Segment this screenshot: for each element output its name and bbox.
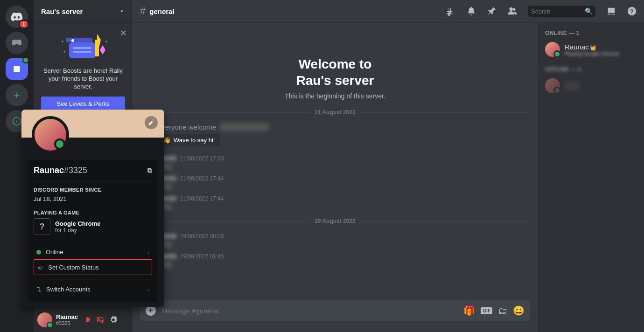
pinned-icon[interactable] — [486, 6, 497, 17]
close-icon[interactable]: ✕ — [120, 28, 127, 38]
svg-rect-7 — [95, 40, 99, 56]
playing-label: PLAYING A GAME — [34, 210, 152, 215]
user-panel: Raunac #3325 — [34, 308, 133, 332]
server-item[interactable] — [6, 32, 28, 54]
member-list: ONLINE — 1 Raunac👑 Playing Google Chrome… — [538, 22, 644, 332]
server-name: Rau's server — [41, 7, 83, 15]
svg-rect-2 — [69, 42, 95, 58]
date-divider: 21 August 2022 — [140, 109, 530, 116]
popup-username: Raunac#3325 ⧉ — [34, 166, 152, 175]
pencil-icon — [148, 119, 154, 126]
online-dot-icon — [36, 250, 41, 255]
controller-icon — [12, 38, 21, 48]
user-popup: Raunac#3325 ⧉ DISCORD MEMBER SINCE Jul 1… — [21, 110, 164, 307]
member-avatar — [545, 78, 560, 93]
member-since-value: Jul 18, 2021 — [34, 195, 152, 202]
server-item-active[interactable] — [6, 58, 28, 80]
switch-accounts-item[interactable]: ⇅Switch Accounts › — [34, 282, 152, 297]
offline-header: OFFLINE — 1 — [541, 59, 640, 76]
popup-avatar[interactable] — [32, 116, 69, 153]
svg-rect-0 — [14, 66, 20, 72]
message: Name29/08/2022 01:40 — [158, 252, 530, 268]
attach-button[interactable]: + — [146, 305, 156, 316]
threads-icon[interactable] — [445, 6, 456, 17]
boost-text: Server Boosts are here! Rally your frien… — [41, 67, 125, 91]
discord-home[interactable]: 1 — [6, 6, 28, 28]
emoji-icon[interactable]: 😀 — [513, 305, 525, 316]
svg-point-6 — [71, 39, 74, 42]
message: Name21/08/2022 17:44 — [158, 174, 530, 190]
crown-icon: 👑 — [590, 45, 596, 50]
inbox-icon[interactable] — [606, 6, 617, 17]
add-server-button[interactable]: + — [6, 84, 28, 106]
swap-icon: ⇅ — [36, 286, 42, 293]
copy-icon[interactable]: ⧉ — [147, 166, 152, 174]
game-name: Google Chrome — [55, 220, 101, 227]
boost-button[interactable]: See Levels & Perks — [41, 97, 125, 111]
member-since-label: DISCORD MEMBER SINCE — [34, 187, 152, 193]
settings-icon[interactable] — [108, 314, 119, 325]
channel-name: general — [149, 7, 174, 15]
voice-indicator-icon — [22, 57, 29, 63]
search-box[interactable]: 🔍 — [528, 6, 595, 17]
gif-button[interactable]: GIF — [481, 307, 492, 314]
svg-text:?: ? — [630, 8, 634, 15]
svg-marker-8 — [100, 45, 105, 55]
game-duration: for 1 day — [55, 227, 101, 234]
chevron-right-icon: › — [147, 287, 149, 292]
member-avatar — [545, 42, 560, 57]
member-item[interactable]: Raunac👑 Playing Google Chrome — [541, 40, 640, 59]
svg-point-10 — [64, 51, 65, 53]
status-online-item[interactable]: Online › — [34, 245, 152, 259]
message: Name29/08/2022 00:05 — [158, 232, 530, 248]
svg-rect-5 — [73, 51, 91, 53]
mention-badge: 1 — [19, 20, 29, 29]
chevron-right-icon: › — [147, 249, 149, 255]
welcome-line1: Welcome to — [299, 57, 372, 71]
welcome-line2: Rau's server — [296, 73, 374, 88]
mute-icon[interactable] — [82, 314, 93, 325]
message-input[interactable] — [161, 307, 458, 315]
message: Name21/08/2022 17:30 — [158, 154, 530, 170]
game-unknown-icon: ? — [34, 218, 50, 235]
members-icon[interactable] — [507, 6, 518, 17]
server-icon — [12, 64, 21, 74]
date-divider: 29 August 2022 — [140, 218, 530, 224]
smiley-icon: ☺ — [37, 263, 43, 271]
deafen-icon[interactable] — [95, 314, 106, 325]
user-info[interactable]: Raunac #3325 — [56, 314, 78, 326]
channel-header: # general 🔍 ? — [133, 0, 644, 22]
user-tag: #3325 — [56, 320, 78, 326]
system-message: everyone welcome xxxxxxxxxxxxxx — [158, 123, 530, 131]
main-content: # general 🔍 ? Welcome toRau's server Thi… — [133, 0, 644, 332]
welcome-block: Welcome toRau's server This is the begin… — [140, 56, 530, 100]
search-icon: 🔍 — [585, 7, 593, 15]
edit-profile-button[interactable] — [145, 116, 158, 129]
message: Name21/08/2022 17:44 — [158, 194, 530, 210]
svg-rect-3 — [66, 38, 92, 42]
hash-icon: # — [140, 5, 146, 17]
set-custom-status-item[interactable]: ☺Set Custom Status — [34, 259, 152, 275]
wave-icon: 👋 — [163, 137, 171, 144]
notifications-icon[interactable] — [466, 6, 477, 17]
chat-area: Welcome toRau's server This is the begin… — [133, 22, 538, 332]
svg-rect-4 — [73, 47, 91, 49]
wave-button[interactable]: 👋Wave to say hi! — [158, 134, 220, 146]
help-icon[interactable]: ? — [626, 6, 637, 17]
boost-illustration — [41, 30, 125, 62]
svg-point-9 — [62, 41, 63, 42]
chevron-down-icon — [119, 8, 125, 14]
user-name: Raunac — [56, 314, 78, 320]
svg-point-11 — [106, 41, 107, 42]
online-header: ONLINE — 1 — [541, 30, 640, 40]
server-header[interactable]: Rau's server — [34, 0, 133, 22]
chat-input-area: + 🎁 GIF 🗂 😀 — [133, 300, 538, 332]
compass-icon — [12, 117, 21, 126]
boost-card: ✕ Server Boosts are here! Rally your fri… — [34, 22, 133, 118]
user-avatar[interactable] — [37, 312, 52, 327]
member-item[interactable]: User — [541, 76, 640, 95]
search-input[interactable] — [531, 8, 585, 15]
gift-icon[interactable]: 🎁 — [463, 305, 475, 316]
sticker-icon[interactable]: 🗂 — [498, 305, 507, 316]
welcome-sub: This is the beginning of this server. — [140, 92, 530, 100]
